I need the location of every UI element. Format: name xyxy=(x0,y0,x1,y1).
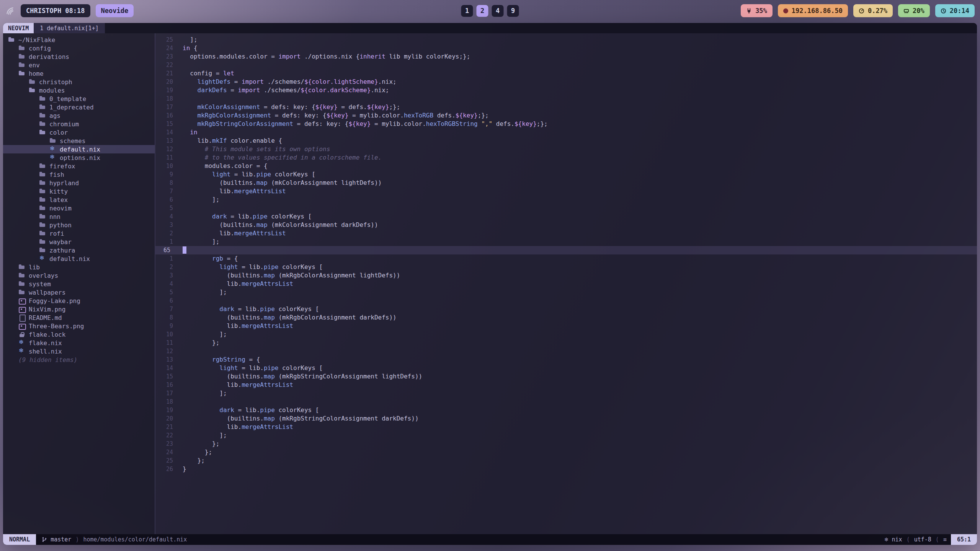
tree-item[interactable]: modules xyxy=(3,86,155,95)
tree-item[interactable]: ags xyxy=(3,111,155,120)
editor-line[interactable]: 24 }; xyxy=(155,448,977,456)
tree-item[interactable]: latex xyxy=(3,196,155,204)
tree-item[interactable]: shell.nix xyxy=(3,347,155,355)
tree-item[interactable]: wallpapers xyxy=(3,288,155,297)
tree-item[interactable]: python xyxy=(3,221,155,229)
editor-line[interactable]: 18 xyxy=(155,398,977,406)
editor-line[interactable]: 10 modules.color = { xyxy=(155,162,977,170)
editor-line[interactable]: 19 darkDefs = import ./schemes/${color.d… xyxy=(155,86,977,95)
editor-line[interactable]: 13 rgbString = { xyxy=(155,355,977,364)
tree-item[interactable]: derivations xyxy=(3,52,155,61)
editor-line[interactable]: 9 lib.mergeAttrsList xyxy=(155,322,977,330)
tree-item[interactable]: home xyxy=(3,69,155,78)
editor-line[interactable]: 8 (builtins.map (mkRgbColorAssignment da… xyxy=(155,313,977,322)
workspace-button-4[interactable]: 4 xyxy=(492,5,504,17)
tree-item[interactable]: hyprland xyxy=(3,179,155,187)
workspace-button-2[interactable]: 2 xyxy=(477,5,488,17)
editor-line[interactable]: 20 (builtins.map (mkRgbStringColorAssign… xyxy=(155,414,977,423)
tree-item[interactable]: kitty xyxy=(3,187,155,196)
tree-item[interactable]: flake.nix xyxy=(3,339,155,347)
editor-line[interactable]: 7 dark = lib.pipe colorKeys [ xyxy=(155,305,977,313)
editor-line[interactable]: 21 lib.mergeAttrsList xyxy=(155,423,977,431)
editor-line[interactable]: 23 options.modules.color = import ./opti… xyxy=(155,52,977,61)
editor-line[interactable]: 5 xyxy=(155,204,977,212)
editor-line[interactable]: 18 xyxy=(155,95,977,103)
tree-item[interactable]: chromium xyxy=(3,120,155,128)
bar-left-group: CHRISTOPH 08:18 Neovide xyxy=(5,4,134,17)
editor-line[interactable]: 21 config = let xyxy=(155,69,977,78)
folder-icon xyxy=(39,230,46,237)
editor-line[interactable]: 8 (builtins.map (mkColorAssignment light… xyxy=(155,179,977,187)
editor-line[interactable]: 10 ]; xyxy=(155,330,977,339)
tree-item[interactable]: NixVim.png xyxy=(3,305,155,313)
workspace-button-1[interactable]: 1 xyxy=(461,5,473,17)
tree-item[interactable]: lib xyxy=(3,263,155,271)
editor-line[interactable]: 14 in xyxy=(155,128,977,137)
editor-line[interactable]: 3 (builtins.map (mkRgbColorAssignment li… xyxy=(155,271,977,280)
editor-line[interactable]: 6 xyxy=(155,297,977,305)
editor-line[interactable]: 12 xyxy=(155,347,977,355)
code-text: dark = lib.pipe colorKeys [ xyxy=(173,212,312,221)
tree-item[interactable]: nnn xyxy=(3,212,155,221)
editor-line[interactable]: 1 rgb = { xyxy=(155,254,977,263)
tree-item[interactable]: flake.lock xyxy=(3,330,155,339)
workspace-button-9[interactable]: 9 xyxy=(507,5,519,17)
editor-line[interactable]: 7 lib.mergeAttrsList xyxy=(155,187,977,196)
editor-cursor-line[interactable]: 65 xyxy=(155,246,977,254)
editor-line[interactable]: 26} xyxy=(155,465,977,473)
editor-line[interactable]: 25 }; xyxy=(155,456,977,465)
distro-logo-icon xyxy=(5,6,15,16)
tree-item-selected[interactable]: default.nix xyxy=(3,145,155,153)
tree-item[interactable]: default.nix xyxy=(3,254,155,263)
tree-item[interactable]: overlays xyxy=(3,271,155,280)
editor-line[interactable]: 15 mkRgbStringColorAssignment = defs: ke… xyxy=(155,120,977,128)
editor-line[interactable]: 19 dark = lib.pipe colorKeys [ xyxy=(155,406,977,414)
editor-line[interactable]: 1 ]; xyxy=(155,238,977,246)
editor-line[interactable]: 11 # to the values specified in a colors… xyxy=(155,153,977,162)
editor-line[interactable]: 22 xyxy=(155,61,977,69)
editor-line[interactable]: 16 lib.mergeAttrsList xyxy=(155,381,977,389)
editor-line[interactable]: 2 lib.mergeAttrsList xyxy=(155,229,977,238)
tree-item[interactable]: rofi xyxy=(3,229,155,238)
tree-item[interactable]: christoph xyxy=(3,78,155,86)
editor-line[interactable]: 22 ]; xyxy=(155,431,977,440)
tree-item[interactable]: waybar xyxy=(3,238,155,246)
tree-item[interactable]: Foggy-Lake.png xyxy=(3,297,155,305)
tree-item[interactable]: fish xyxy=(3,170,155,179)
tree-item[interactable]: firefox xyxy=(3,162,155,170)
tree-item[interactable]: schemes xyxy=(3,137,155,145)
tree-item[interactable]: (9 hidden items) xyxy=(3,355,155,364)
editor-line[interactable]: 13 lib.mkIf color.enable { xyxy=(155,137,977,145)
editor-line[interactable]: 24in { xyxy=(155,44,977,52)
tree-item[interactable]: ~/NixFlake xyxy=(3,36,155,44)
editor-line[interactable]: 6 ]; xyxy=(155,196,977,204)
tree-item[interactable]: neovim xyxy=(3,204,155,212)
editor-line[interactable]: 16 mkRgbColorAssignment = defs: key: {${… xyxy=(155,111,977,120)
editor-line[interactable]: 9 light = lib.pipe colorKeys [ xyxy=(155,170,977,179)
tree-item[interactable]: 0_template xyxy=(3,95,155,103)
tree-item[interactable]: 1_deprecated xyxy=(3,103,155,111)
editor-line[interactable]: 4 lib.mergeAttrsList xyxy=(155,280,977,288)
tree-item[interactable]: options.nix xyxy=(3,153,155,162)
tree-item[interactable]: env xyxy=(3,61,155,69)
editor-line[interactable]: 25 ]; xyxy=(155,36,977,44)
editor-line[interactable]: 15 (builtins.map (mkRgbStringColorAssign… xyxy=(155,372,977,381)
editor-line[interactable]: 2 light = lib.pipe colorKeys [ xyxy=(155,263,977,271)
editor-line[interactable]: 5 ]; xyxy=(155,288,977,297)
tree-item[interactable]: system xyxy=(3,280,155,288)
tree-item[interactable]: color xyxy=(3,128,155,137)
tree-item[interactable]: Three-Bears.png xyxy=(3,322,155,330)
editor-line[interactable]: 11 }; xyxy=(155,339,977,347)
editor-line[interactable]: 14 light = lib.pipe colorKeys [ xyxy=(155,364,977,372)
tree-item[interactable]: zathura xyxy=(3,246,155,254)
tree-item[interactable]: config xyxy=(3,44,155,52)
editor-line[interactable]: 12 # This module sets its own options xyxy=(155,145,977,153)
editor-line[interactable]: 23 }; xyxy=(155,440,977,448)
editor-line[interactable]: 3 (builtins.map (mkColorAssignment darkD… xyxy=(155,221,977,229)
editor-line[interactable]: 17 mkColorAssignment = defs: key: {${key… xyxy=(155,103,977,111)
tab-default-nix[interactable]: 1 default.nix[1+] xyxy=(34,23,105,33)
editor-line[interactable]: 17 ]; xyxy=(155,389,977,398)
editor-line[interactable]: 4 dark = lib.pipe colorKeys [ xyxy=(155,212,977,221)
editor-line[interactable]: 20 lightDefs = import ./schemes/${color.… xyxy=(155,78,977,86)
tree-item[interactable]: README.md xyxy=(3,313,155,322)
